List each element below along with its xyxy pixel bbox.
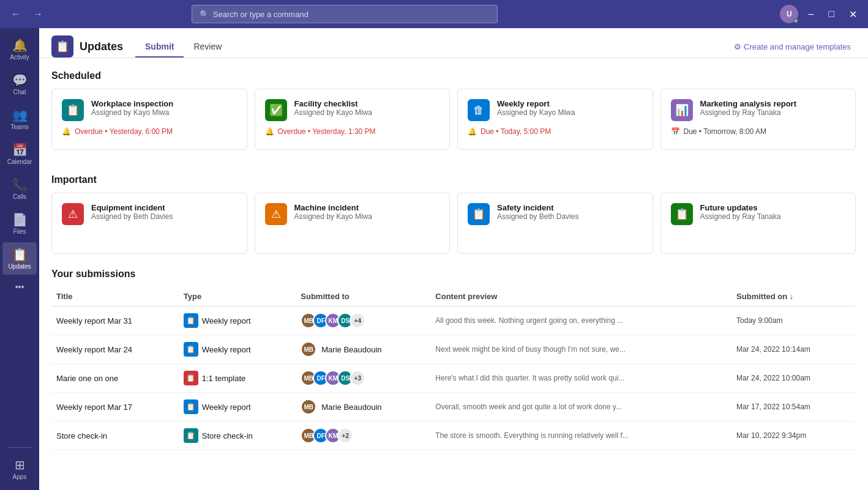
submitted-to-name: Marie Beaudouin [321, 403, 381, 412]
type-label: Weekly report [202, 403, 251, 412]
card-text: Safety incident Assigned by Beth Davies [497, 203, 643, 221]
cell-title: Weekly report Mar 24 [51, 335, 179, 364]
card-weekly-report[interactable]: 🗑 Weekly report Assigned by Kayo Miwa 🔔 … [457, 89, 653, 150]
cell-content-preview: Overall, smooth week and got quite a lot… [430, 393, 731, 421]
type-icon: 📋 [184, 428, 198, 443]
sidebar-item-teams[interactable]: 👥 Teams [2, 103, 37, 135]
sidebar-item-activity[interactable]: 🔔 Activity [2, 33, 37, 65]
back-button[interactable]: ← [6, 6, 26, 22]
avatar[interactable]: U [780, 5, 798, 23]
type-icon: 📋 [184, 342, 198, 357]
important-title: Important [51, 174, 856, 185]
card-title: Workplace inspection [91, 99, 237, 108]
online-indicator [793, 18, 798, 23]
type-label: Store check-in [202, 431, 253, 440]
sidebar-item-label-chat: Chat [13, 89, 26, 95]
card-assigned: Assigned by Ray Tanaka [700, 212, 846, 221]
search-bar[interactable]: 🔍 Search or type a command [192, 5, 498, 23]
sidebar-item-label-updates: Updates [8, 263, 31, 270]
card-safety-incident[interactable]: 📋 Safety incident Assigned by Beth Davie… [457, 193, 653, 254]
cell-type: 📋Store check-in [179, 421, 296, 450]
scheduled-title: Scheduled [51, 70, 856, 81]
cell-title: Store check-in [51, 421, 179, 450]
card-future-updates[interactable]: 📋 Future updates Assigned by Ray Tanaka [660, 193, 856, 254]
table-row[interactable]: Weekly report Mar 31📋Weekly reportMBDFKM… [51, 306, 856, 335]
tab-review[interactable]: Review [184, 37, 231, 58]
sidebar-item-calls[interactable]: 📞 Calls [2, 173, 37, 205]
sidebar-item-calendar[interactable]: 📅 Calendar [2, 138, 37, 170]
create-template-label: Create and manage templates [744, 42, 851, 51]
sidebar-item-apps[interactable]: ⊞ Apps [2, 453, 37, 485]
cell-submitted-to: MBMarie Beaudouin [296, 335, 430, 364]
scheduled-cards: 📋 Workplace inspection Assigned by Kayo … [51, 89, 856, 150]
tab-submit[interactable]: Submit [135, 37, 184, 58]
sidebar-item-label-calendar: Calendar [7, 158, 32, 165]
card-title: Facility checklist [294, 99, 440, 108]
card-title: Weekly report [497, 99, 643, 108]
cell-content-preview: Here's what I did this quarter. It was p… [430, 364, 731, 393]
sidebar-item-updates[interactable]: 📋 Updates [2, 242, 37, 275]
table-header-row: Title Type Submitted to Content preview … [51, 287, 856, 306]
create-template-button[interactable]: ⚙ Create and manage templates [729, 40, 856, 54]
card-text: Facility checklist Assigned by Kayo Miwa [294, 99, 440, 117]
sidebar-item-label-teams: Teams [10, 124, 28, 130]
avatar: MB [301, 399, 316, 415]
more-icon: ••• [15, 282, 24, 292]
col-submitted-on[interactable]: Submitted on ↓ [731, 287, 856, 306]
card-title: Machine incident [294, 203, 440, 212]
forward-button[interactable]: → [28, 6, 48, 22]
search-placeholder: Search or type a command [213, 10, 309, 19]
table-row[interactable]: Weekly report Mar 24📋Weekly reportMBMari… [51, 335, 856, 364]
sort-icon: ↓ [790, 292, 794, 301]
search-icon: 🔍 [200, 10, 209, 19]
card-equipment-incident[interactable]: ⚠ Equipment incident Assigned by Beth Da… [51, 193, 247, 254]
content-area: 📋 Updates Submit Review ⚙ Create and man… [39, 28, 868, 490]
cell-submitted-to: MBDFKMDS+3 [296, 364, 430, 393]
card-assigned: Assigned by Beth Davies [497, 212, 643, 221]
chat-icon: 💬 [12, 73, 28, 87]
overdue-icon: 🔔 [265, 127, 274, 136]
sidebar-item-files[interactable]: 📄 Files [2, 207, 37, 240]
apps-icon: ⊞ [15, 458, 25, 472]
table-row[interactable]: Marie one on one📋1:1 templateMBDFKMDS+3H… [51, 364, 856, 393]
card-marketing-analysis[interactable]: 📊 Marketing analysis report Assigned by … [660, 89, 856, 150]
card-machine-incident[interactable]: ⚠ Machine incident Assigned by Kayo Miwa [255, 193, 451, 254]
card-assigned: Assigned by Kayo Miwa [497, 108, 643, 117]
status-text: Due • Tomorrow, 8:00 AM [684, 127, 766, 136]
sidebar-item-label-calls: Calls [13, 193, 26, 200]
card-title: Equipment incident [91, 203, 237, 212]
maximize-button[interactable]: □ [823, 6, 839, 22]
card-header: 📋 Workplace inspection Assigned by Kayo … [62, 99, 237, 121]
sidebar-item-more[interactable]: ••• [2, 277, 37, 297]
cell-submitted-to: MBDFKMDS+4 [296, 306, 430, 335]
card-workplace-inspection[interactable]: 📋 Workplace inspection Assigned by Kayo … [51, 89, 247, 150]
minimize-button[interactable]: – [803, 6, 818, 22]
card-text: Marketing analysis report Assigned by Ra… [700, 99, 846, 117]
safety-icon: 📋 [468, 203, 490, 225]
submissions-table: Title Type Submitted to Content preview … [51, 287, 856, 450]
sidebar-item-chat[interactable]: 💬 Chat [2, 68, 37, 100]
tabs: Submit Review [135, 37, 231, 57]
gear-icon: ⚙ [734, 42, 741, 51]
files-icon: 📄 [12, 212, 28, 227]
card-facility-checklist[interactable]: ✅ Facility checklist Assigned by Kayo Mi… [255, 89, 451, 150]
card-assigned: Assigned by Kayo Miwa [91, 108, 237, 117]
close-button[interactable]: ✕ [844, 6, 862, 23]
submissions-section: Your submissions Title Type Submitted to… [39, 266, 868, 462]
submitted-to-name: Marie Beaudouin [321, 345, 381, 354]
card-text: Weekly report Assigned by Kayo Miwa [497, 99, 643, 117]
table-row[interactable]: Weekly report Mar 17📋Weekly reportMBMari… [51, 393, 856, 421]
card-text: Future updates Assigned by Ray Tanaka [700, 203, 846, 221]
calls-icon: 📞 [12, 177, 28, 192]
weekly-report-icon: 🗑 [468, 99, 490, 121]
teams-icon: 👥 [12, 108, 28, 122]
card-header: 📋 Future updates Assigned by Ray Tanaka [671, 203, 846, 225]
important-section: Important ⚠ Equipment incident Assigned … [39, 162, 868, 266]
table-row[interactable]: Store check-in📋Store check-inMBDFKM+2The… [51, 421, 856, 450]
cell-title: Weekly report Mar 31 [51, 306, 179, 335]
cell-submitted-on: Mar 24, 2022 10:14am [731, 335, 856, 364]
submissions-title: Your submissions [51, 269, 856, 280]
main-layout: 🔔 Activity 💬 Chat 👥 Teams 📅 Calendar 📞 C… [0, 28, 868, 490]
overdue-icon: 🔔 [62, 127, 71, 136]
card-text: Machine incident Assigned by Kayo Miwa [294, 203, 440, 221]
